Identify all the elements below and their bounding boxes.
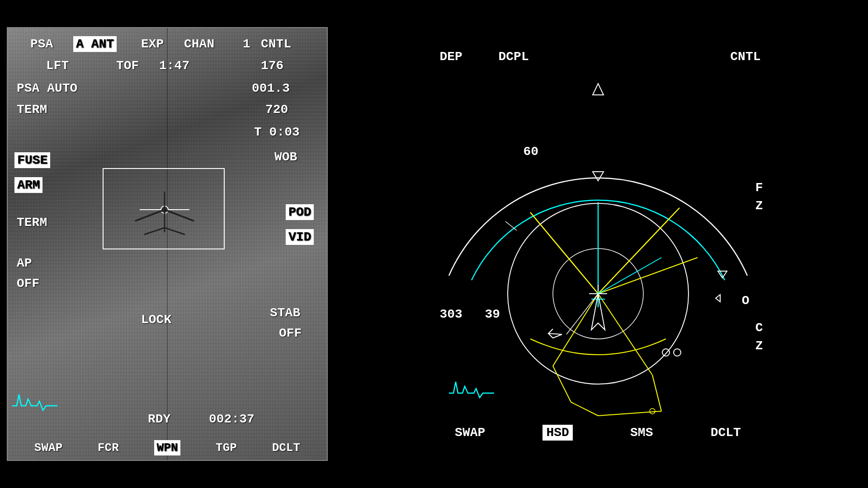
- stab-label: STAB: [270, 306, 300, 320]
- svg-line-6: [144, 228, 165, 235]
- chan-label: CHAN: [184, 37, 214, 51]
- tof-label: TOF: [116, 59, 139, 73]
- val-303: 303: [440, 307, 462, 321]
- t-timer: T 0:03: [254, 125, 300, 139]
- wob-label: WOB: [274, 150, 297, 164]
- left-panel: PSA A ANT EXP CHAN 1 CNTL LFT TOF 1:47 1…: [7, 27, 328, 461]
- dclt-btn-right[interactable]: DCLT: [711, 426, 741, 440]
- svg-marker-30: [548, 329, 562, 338]
- lock-label: LOCK: [141, 313, 171, 327]
- z-label: Z: [755, 199, 763, 213]
- hsd-btn[interactable]: HSD: [542, 425, 572, 441]
- ap-label: AP: [17, 256, 32, 270]
- term1: TERM: [17, 103, 47, 117]
- hsd-container: DEP DCPL CNTL: [426, 41, 770, 447]
- vid-label[interactable]: VID: [286, 229, 314, 245]
- val-39: 39: [485, 307, 500, 321]
- svg-line-7: [165, 228, 185, 235]
- stab-off: OFF: [279, 326, 302, 340]
- psa-label: PSA: [30, 37, 53, 51]
- fcr-btn[interactable]: FCR: [98, 441, 119, 455]
- svg-line-4: [135, 210, 165, 221]
- psa-auto: PSA AUTO: [17, 81, 77, 95]
- pod-label[interactable]: POD: [286, 204, 314, 220]
- term2: TERM: [17, 216, 47, 230]
- arm-label[interactable]: ARM: [14, 177, 42, 193]
- fuse-label[interactable]: FUSE: [14, 152, 50, 168]
- dclt-btn-left[interactable]: DCLT: [272, 441, 300, 455]
- val-176: 176: [261, 59, 283, 73]
- tgp-btn[interactable]: TGP: [216, 441, 237, 455]
- bottom-bar: SWAP FCR WPN TGP DCLT: [8, 440, 327, 455]
- cntl-label: CNTL: [261, 37, 291, 51]
- svg-point-34: [674, 349, 681, 356]
- wpn-btn[interactable]: WPN: [154, 440, 181, 455]
- aircraft-silhouette: [104, 169, 226, 250]
- val-001: 001.3: [252, 81, 290, 95]
- svg-point-33: [662, 349, 670, 356]
- svg-line-13: [505, 221, 517, 230]
- chan-num: 1: [243, 37, 250, 51]
- val-720: 720: [265, 103, 288, 117]
- timer-002: 002:37: [209, 412, 255, 426]
- o-label: O: [742, 294, 750, 308]
- svg-line-5: [165, 210, 194, 221]
- svg-line-15: [598, 208, 679, 294]
- swap-btn-left[interactable]: SWAP: [34, 441, 62, 455]
- ant-label: A ANT: [73, 36, 117, 52]
- svg-line-20: [652, 375, 661, 411]
- waveform-right: [449, 375, 494, 402]
- f-label: F: [755, 181, 763, 195]
- svg-marker-10: [593, 84, 604, 95]
- exp-label: EXP: [141, 37, 164, 51]
- sms-btn[interactable]: SMS: [630, 426, 653, 440]
- tof-value: 1:47: [159, 59, 189, 73]
- c-label: C: [755, 321, 763, 335]
- svg-line-17: [598, 294, 652, 375]
- svg-line-18: [598, 258, 698, 294]
- svg-marker-36: [716, 295, 720, 302]
- svg-line-22: [598, 411, 661, 416]
- z2-label: Z: [755, 339, 763, 353]
- svg-line-24: [598, 258, 661, 294]
- rdy-label: RDY: [148, 412, 170, 426]
- reticle-box: [103, 168, 225, 249]
- svg-marker-11: [593, 172, 604, 181]
- svg-point-35: [650, 408, 655, 414]
- svg-line-21: [571, 402, 598, 416]
- svg-line-19: [553, 366, 571, 402]
- waveform-left: [12, 388, 57, 415]
- val-60: 60: [524, 145, 539, 159]
- swap-btn-right[interactable]: SWAP: [455, 426, 485, 440]
- hsd-bottom: SWAP HSD SMS DCLT: [426, 425, 770, 441]
- right-panel: DEP DCPL CNTL: [328, 0, 868, 488]
- svg-line-14: [530, 212, 598, 294]
- lft-label: LFT: [46, 59, 69, 73]
- off-label: OFF: [17, 277, 39, 291]
